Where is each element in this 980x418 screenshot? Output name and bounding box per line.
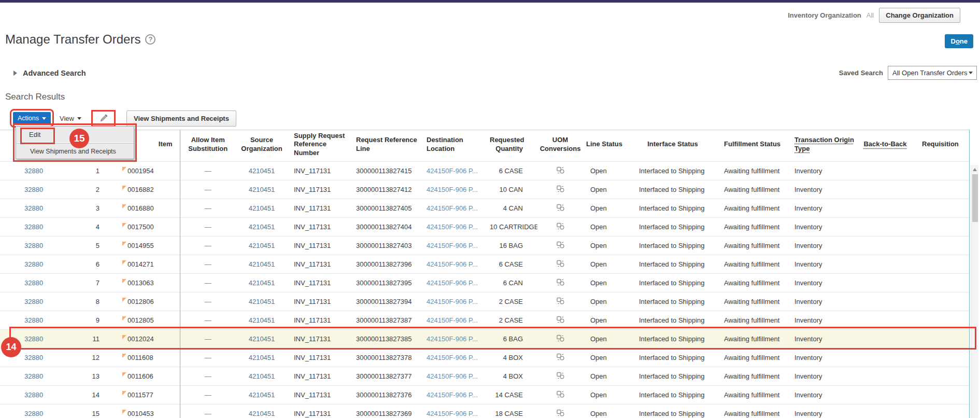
column-header-fulfillment-status[interactable]: Fulfillment Status: [720, 130, 790, 162]
uom-conversions-icon[interactable]: [557, 354, 564, 362]
uom-conversions-icon[interactable]: [557, 205, 564, 213]
uom-conversions-icon[interactable]: [557, 186, 564, 194]
uom-conversions-icon[interactable]: [557, 392, 564, 399]
destination-location-link[interactable]: 424150F-906 P...: [427, 316, 478, 324]
column-header-source-organization[interactable]: Source Organization: [236, 130, 288, 162]
order-link[interactable]: 32880: [24, 391, 43, 399]
saved-search-select[interactable]: All Open Transfer Orders: [888, 66, 977, 80]
uom-conversions-icon[interactable]: [557, 336, 564, 343]
uom-conversions-icon[interactable]: [557, 280, 564, 287]
source-organization-link[interactable]: 4210451: [249, 242, 275, 249]
destination-location-link[interactable]: 424150F-906 P...: [427, 335, 478, 343]
change-organization-button[interactable]: Change Organization: [879, 8, 960, 23]
cell-requisition: [916, 386, 969, 405]
order-link[interactable]: 32880: [24, 167, 43, 175]
destination-location-link[interactable]: 424150F-906 P...: [427, 354, 478, 361]
destination-location-link[interactable]: 424150F-906 P...: [427, 298, 478, 305]
cell-requisition: [916, 218, 969, 236]
uom-conversions-icon[interactable]: [557, 317, 564, 325]
column-header-allow-item-substitution[interactable]: Allow Item Substitution: [180, 130, 236, 162]
table-row[interactable]: 3288050014955—4210451INV_117131300000113…: [0, 236, 969, 255]
uom-conversions-icon[interactable]: [557, 242, 564, 250]
table-row[interactable]: 32880130011606—4210451INV_11713130000011…: [0, 367, 969, 386]
column-header-transaction-origin-type[interactable]: Transaction Origin Type: [790, 130, 855, 162]
column-header-back-to-back[interactable]: Back-to-Back: [855, 130, 916, 162]
destination-location-link[interactable]: 424150F-906 P...: [427, 391, 478, 399]
table-row[interactable]: 32880110012024—4210451INV_11713130000011…: [0, 330, 969, 349]
advanced-search-toggle[interactable]: Advanced Search: [13, 69, 86, 77]
column-header-line-status[interactable]: Line Status: [583, 130, 626, 162]
column-header-uom-conversions[interactable]: UOM Conversions: [537, 130, 583, 162]
order-link[interactable]: 32880: [24, 204, 43, 212]
table-row[interactable]: 3288070013063—4210451INV_117131300000113…: [0, 274, 969, 292]
order-link[interactable]: 32880: [24, 316, 43, 324]
menu-item-view-shipments-receipts[interactable]: View Shipments and Receipts: [16, 143, 134, 159]
table-row[interactable]: 3288010001954—4210451INV_117131300000113…: [0, 162, 969, 180]
destination-location-link[interactable]: 424150F-906 P...: [427, 186, 478, 193]
column-header-supply-request-reference-number[interactable]: Supply Request Reference Number: [288, 130, 350, 162]
uom-conversions-icon[interactable]: [557, 410, 564, 418]
order-link[interactable]: 32880: [24, 260, 43, 268]
source-organization-link[interactable]: 4210451: [249, 260, 275, 268]
column-header-destination-location[interactable]: Destination Location: [423, 130, 490, 162]
source-organization-link[interactable]: 4210451: [249, 204, 275, 212]
table-row[interactable]: 3288030016880—4210451INV_117131300000113…: [0, 199, 969, 218]
destination-location-link[interactable]: 424150F-906 P...: [427, 372, 478, 380]
uom-conversions-icon[interactable]: [557, 224, 564, 231]
uom-conversions-icon[interactable]: [557, 298, 564, 306]
source-organization-link[interactable]: 4210451: [249, 223, 275, 231]
table-row[interactable]: 3288090012805—4210451INV_117131300000113…: [0, 311, 969, 330]
view-menu-button[interactable]: View: [60, 115, 81, 122]
order-link[interactable]: 32880: [24, 354, 43, 361]
source-organization-link[interactable]: 4210451: [249, 391, 275, 399]
table-row[interactable]: 3288080012806—4210451INV_117131300000113…: [0, 292, 969, 311]
destination-location-link[interactable]: 424150F-906 P...: [427, 242, 478, 249]
destination-location-link[interactable]: 424150F-906 P...: [427, 204, 478, 212]
table-row[interactable]: 3288020016882—4210451INV_117131300000113…: [0, 180, 969, 199]
order-link[interactable]: 32880: [24, 186, 43, 193]
uom-conversions-icon[interactable]: [557, 168, 564, 175]
source-organization-link[interactable]: 4210451: [249, 372, 275, 380]
menu-item-edit[interactable]: Edit: [16, 127, 134, 143]
destination-location-link[interactable]: 424150F-906 P...: [427, 279, 478, 287]
source-organization-link[interactable]: 4210451: [249, 298, 275, 305]
source-organization-link[interactable]: 4210451: [249, 167, 275, 175]
table-row[interactable]: 3288060014271—4210451INV_117131300000113…: [0, 255, 969, 274]
order-link[interactable]: 32880: [24, 279, 43, 287]
vertical-scrollbar[interactable]: [971, 165, 978, 418]
table-row[interactable]: 32880140011577—4210451INV_11713130000011…: [0, 386, 969, 405]
order-link[interactable]: 32880: [24, 335, 43, 343]
order-link[interactable]: 32880: [24, 298, 43, 305]
column-header-interface-status[interactable]: Interface Status: [626, 130, 720, 162]
done-button[interactable]: Done: [945, 34, 973, 48]
destination-location-link[interactable]: 424150F-906 P...: [427, 223, 478, 231]
column-header-requisition[interactable]: Requisition: [916, 130, 969, 162]
scrollbar-thumb[interactable]: [972, 174, 978, 222]
order-link[interactable]: 32880: [24, 410, 43, 417]
uom-conversions-icon[interactable]: [557, 261, 564, 269]
destination-location-link[interactable]: 424150F-906 P...: [427, 167, 478, 175]
edit-row-button[interactable]: [94, 113, 113, 124]
uom-conversions-icon[interactable]: [557, 373, 564, 381]
order-link[interactable]: 32880: [24, 372, 43, 380]
scroll-up-arrow-icon[interactable]: [973, 168, 977, 171]
uom-conversions-glyph: [557, 316, 564, 323]
source-organization-link[interactable]: 4210451: [249, 335, 275, 343]
column-header-request-reference-line[interactable]: Request Reference Line: [350, 130, 423, 162]
table-row[interactable]: 3288040017500—4210451INV_117131300000113…: [0, 218, 969, 236]
actions-menu-button[interactable]: Actions: [13, 112, 51, 124]
help-icon[interactable]: ?: [145, 34, 155, 45]
destination-location-link[interactable]: 424150F-906 P...: [427, 260, 478, 268]
source-organization-link[interactable]: 4210451: [249, 186, 275, 193]
column-header-requested-quantity[interactable]: Requested Quantity: [490, 130, 537, 162]
table-row[interactable]: 32880120011608—4210451INV_11713130000011…: [0, 349, 969, 367]
table-row[interactable]: 32880150010453—4210451INV_11713130000011…: [0, 405, 969, 418]
source-organization-link[interactable]: 4210451: [249, 279, 275, 287]
view-shipments-receipts-button[interactable]: View Shipments and Receipts: [126, 110, 236, 127]
order-link[interactable]: 32880: [24, 242, 43, 249]
destination-location-link[interactable]: 424150F-906 P...: [427, 410, 478, 417]
order-link[interactable]: 32880: [24, 223, 43, 231]
source-organization-link[interactable]: 4210451: [249, 410, 275, 417]
source-organization-link[interactable]: 4210451: [249, 316, 275, 324]
source-organization-link[interactable]: 4210451: [249, 354, 275, 361]
